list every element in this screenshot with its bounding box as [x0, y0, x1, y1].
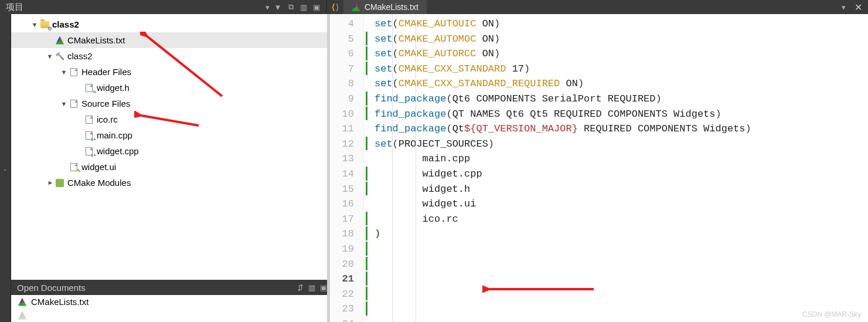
- link-icon[interactable]: ⧉: [285, 2, 296, 12]
- code-area[interactable]: set(CMAKE_AUTOUIC ON)set(CMAKE_AUTOMOC O…: [371, 14, 868, 322]
- split-icon[interactable]: ▥: [298, 2, 309, 12]
- tree-label: CMake Modules: [65, 178, 131, 188]
- close-icon[interactable]: ▣: [320, 283, 327, 292]
- tree-label: class2: [65, 51, 93, 61]
- tree-label: widget.h: [94, 83, 130, 93]
- tree-label: main.cpp: [94, 130, 132, 140]
- open-documents-list: CMakeLists.txt: [11, 295, 327, 322]
- drag-handle-icon[interactable]: ▸: [0, 167, 11, 172]
- split-icon[interactable]: ▥: [308, 283, 315, 292]
- nav-back-icon[interactable]: ⟨: [332, 2, 335, 12]
- tree-node-modules[interactable]: ▼ CMake Modules: [11, 175, 327, 191]
- open-documents-header: Open Documents ⇵ ▥ ▣: [11, 280, 327, 295]
- tree-label: ico.rc: [94, 114, 118, 124]
- activity-bar: ▸: [0, 14, 11, 322]
- open-document-item[interactable]: [11, 309, 327, 322]
- project-panel-title: 项目: [0, 2, 262, 13]
- tree-node-file[interactable]: ·c+ widget.cpp: [11, 143, 327, 159]
- line-gutter: 456789101112131415161718192021222324: [330, 14, 364, 322]
- tree-node-project[interactable]: ▼⚙ class2: [11, 16, 327, 32]
- tree-node-file[interactable]: ·h widget.h: [11, 80, 327, 96]
- editor-tab[interactable]: CMakeLists.txt: [343, 0, 427, 14]
- tree-label: widget.cpp: [94, 146, 139, 156]
- annotation-arrow: [482, 283, 600, 295]
- tree-label: Source Files: [79, 99, 130, 109]
- code-editor[interactable]: 456789101112131415161718192021222324 set…: [330, 14, 868, 322]
- close-panel-icon[interactable]: ▣: [311, 2, 322, 12]
- tree-node-target[interactable]: ▼🔨 class2: [11, 48, 327, 64]
- project-sidebar: ▼⚙ class2 ▼ CMakeLists.txt ▼🔨 class2 ▼ H…: [11, 14, 327, 322]
- open-documents-title: Open Documents: [17, 283, 86, 293]
- top-toolbar: 项目 ▾ ▼ ⧉ ▥ ▣ ⟨ ⟩ CMakeLists.txt ▾ ✕: [0, 0, 868, 14]
- tree-node-headers[interactable]: ▼ Header Files: [11, 64, 327, 80]
- tab-dropdown-icon[interactable]: ▾: [838, 2, 849, 12]
- tree-node-file[interactable]: ·c+ main.cpp: [11, 127, 327, 143]
- change-marks: [364, 14, 371, 322]
- tree-label: Header Files: [79, 67, 131, 77]
- project-tree[interactable]: ▼⚙ class2 ▼ CMakeLists.txt ▼🔨 class2 ▼ H…: [11, 14, 327, 280]
- open-document-item[interactable]: CMakeLists.txt: [11, 295, 327, 309]
- tab-close-icon[interactable]: ✕: [849, 2, 868, 13]
- editor-tabbar: ⟨ ⟩ CMakeLists.txt ▾ ✕: [327, 0, 868, 14]
- tree-label: CMakeLists.txt: [65, 35, 125, 45]
- dropdown-icon[interactable]: ▾: [262, 2, 273, 12]
- tree-node-sources[interactable]: ▼ Source Files: [11, 96, 327, 111]
- cmake-icon: [352, 3, 360, 11]
- tree-node-file[interactable]: ·✎ widget.ui: [11, 159, 327, 175]
- tree-label: widget.ui: [79, 162, 116, 172]
- project-panel-header: 项目 ▾ ▼ ⧉ ▥ ▣: [0, 0, 327, 14]
- sort-icon[interactable]: ⇵: [297, 283, 304, 292]
- tree-label: class2: [50, 19, 79, 29]
- filter-icon[interactable]: ▼: [273, 2, 283, 12]
- nav-forward-icon[interactable]: ⟩: [336, 2, 339, 12]
- open-document-label: CMakeLists.txt: [31, 297, 88, 307]
- tree-node-cmakelists[interactable]: ▼ CMakeLists.txt: [11, 32, 327, 48]
- tree-node-file[interactable]: · ico.rc: [11, 111, 327, 127]
- tab-label: CMakeLists.txt: [365, 2, 418, 12]
- watermark: CSDN @MAR-Sky: [802, 310, 861, 318]
